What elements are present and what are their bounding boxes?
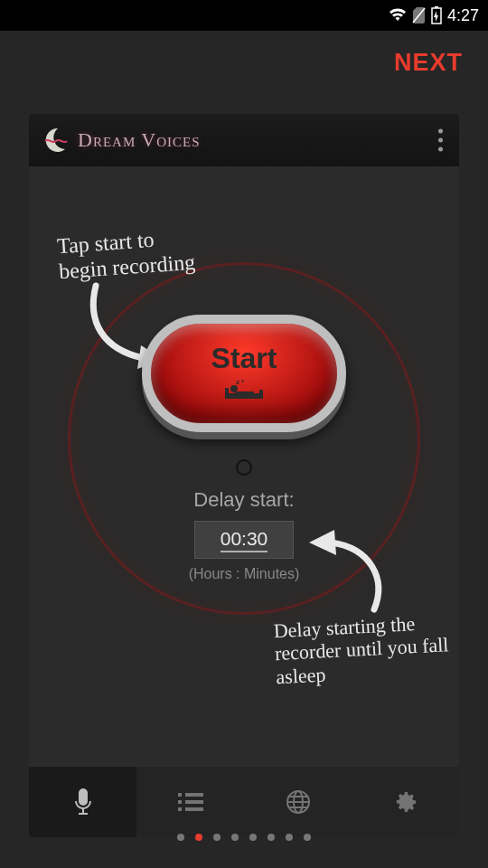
page-indicator [0,834,488,841]
start-button[interactable]: Start z z [142,315,346,432]
page-dot [195,834,202,841]
svg-rect-12 [185,800,203,804]
svg-rect-5 [227,393,261,399]
page-dot [267,834,275,841]
svg-rect-7 [259,390,263,399]
start-button-label: Start [211,342,277,375]
svg-rect-6 [225,388,229,399]
list-icon [178,791,203,813]
svg-rect-14 [185,807,203,811]
svg-text:z: z [241,378,244,383]
svg-rect-2 [435,6,438,8]
nav-list[interactable] [136,767,244,837]
bottom-nav [29,767,459,837]
app-logo: Dream Voices [40,125,201,156]
battery-charging-icon [431,6,442,24]
nav-record[interactable] [29,767,136,837]
gear-icon [393,789,418,815]
sleep-icon: z z [223,377,265,406]
svg-rect-9 [178,793,182,797]
app-title: Dream Voices [78,128,201,152]
svg-rect-11 [178,800,182,804]
status-bar: 4:27 [0,0,488,31]
clock: 4:27 [447,6,479,25]
page-dot [286,834,293,841]
delay-format-hint: (Hours : Minutes) [29,566,459,582]
nav-settings[interactable] [352,767,459,837]
globe-icon [286,789,311,815]
page-dot [177,834,184,841]
svg-text:z: z [236,378,239,386]
app-header: Dream Voices [29,114,459,166]
page-dot [304,834,311,841]
page-dot [231,834,239,841]
arrow-icon [304,530,394,616]
delay-start-input[interactable]: 00:30 [194,521,294,559]
nav-web[interactable] [244,767,352,837]
delay-start-value: 00:30 [221,528,268,552]
overflow-menu-icon[interactable] [438,129,443,152]
svg-rect-13 [178,807,182,811]
svg-point-8 [230,385,238,392]
onboarding-screen: NEXT Dream Voices Tap start to begin rec… [0,31,488,868]
moon-icon [40,125,70,156]
wifi-icon [389,8,407,23]
page-dot [249,834,257,841]
main-content: Tap start to begin recording Start z z [29,166,459,745]
next-button[interactable]: NEXT [394,49,463,77]
hint-delay-text: Delay starting the recorder until you fa… [273,610,457,688]
microphone-icon [72,788,94,816]
hint-start-text: Tap start to begin recording [56,225,196,285]
delay-start-label: Delay start: [29,488,459,512]
no-sim-icon [412,7,426,24]
app-preview-card: Dream Voices Tap start to begin recordin… [29,114,459,837]
page-dot [213,834,221,841]
svg-rect-10 [185,793,203,797]
loading-indicator [236,459,252,476]
